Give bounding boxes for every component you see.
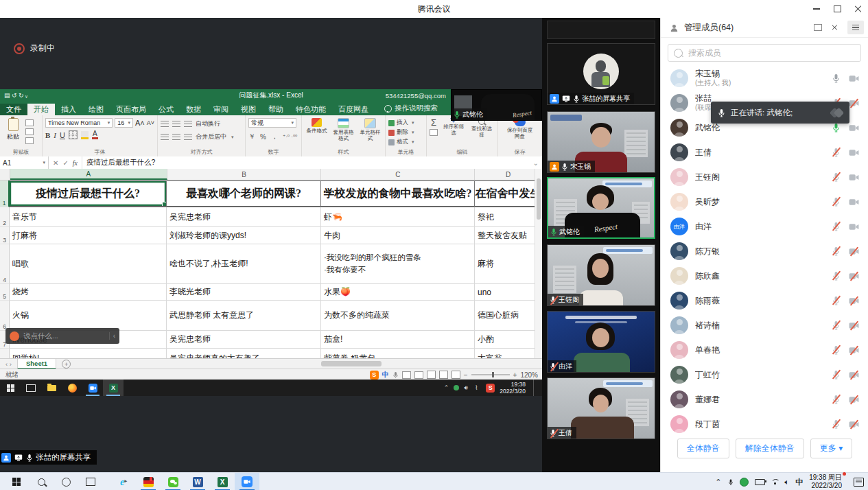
insert-cells-button[interactable]: 插入▾: [388, 119, 423, 127]
formula-expand-icon[interactable]: ⌄: [530, 156, 542, 169]
sharer-volume-icon[interactable]: 🔊︎: [464, 385, 470, 391]
mic-icon[interactable]: [832, 172, 841, 182]
wechat-icon[interactable]: [161, 473, 185, 490]
cancel-icon[interactable]: ✕: [53, 159, 58, 167]
column-header-C[interactable]: C: [321, 169, 475, 180]
camera-icon[interactable]: [849, 124, 859, 132]
video-tile-3[interactable]: Respect武铭伦: [547, 177, 655, 239]
camera-icon[interactable]: [849, 371, 859, 379]
grid-cell-C3[interactable]: 牛肉: [321, 227, 475, 244]
grid-cell-C4[interactable]: ·我没吃到的那个疯狂的雪条 ·我有你要不: [321, 244, 475, 284]
sheet-nav-arrows[interactable]: ‹ ›: [0, 360, 17, 368]
mic-icon[interactable]: [832, 73, 841, 83]
minimize-button[interactable]: [806, 0, 827, 18]
conditional-formatting-button[interactable]: 条件格式: [305, 118, 329, 141]
member-row[interactable]: 吴昕梦: [661, 189, 868, 214]
delete-cells-button[interactable]: 删除▾: [388, 128, 423, 137]
ribbon-tab-5[interactable]: 公式: [152, 104, 180, 115]
chat-placeholder[interactable]: 说点什么...: [23, 331, 105, 341]
camera-icon[interactable]: [849, 100, 859, 107]
member-row[interactable]: 褚诗楠: [661, 313, 868, 338]
more-button[interactable]: 更多 ▾: [810, 439, 852, 458]
video-tile-5[interactable]: 由洋: [547, 311, 655, 373]
grid-cell-C7[interactable]: 茄盒!: [321, 331, 475, 349]
align-bottom-icon[interactable]: [184, 121, 192, 127]
ribbon-tab-4[interactable]: 页面布局: [110, 104, 152, 115]
camera-icon[interactable]: [849, 421, 859, 428]
camera-icon[interactable]: [849, 223, 859, 231]
action-center-icon[interactable]: [854, 478, 864, 487]
grid-cell-C8[interactable]: 紫薯卷 奶黄包: [321, 349, 475, 358]
sogou-keyboard-icon[interactable]: [402, 371, 411, 379]
dictionary-app-icon[interactable]: [136, 473, 161, 490]
panel-menu-icon[interactable]: [847, 21, 864, 34]
row-header-3[interactable]: 3: [0, 227, 10, 244]
word-icon[interactable]: W: [185, 473, 210, 490]
camera-icon[interactable]: [849, 198, 859, 206]
camera-icon[interactable]: [849, 297, 859, 305]
antivirus-tray-icon[interactable]: [740, 478, 749, 487]
member-row[interactable]: 由洋 由洋: [661, 214, 868, 239]
mic-icon[interactable]: [832, 197, 841, 207]
row-header-6[interactable]: 6: [0, 301, 10, 331]
mic-icon[interactable]: [832, 123, 841, 132]
sharer-explorer-icon[interactable]: [41, 380, 62, 396]
number-format-select[interactable]: 常规▾: [248, 118, 296, 128]
baidu-save-button[interactable]: 保存到百度网盘: [501, 118, 539, 139]
copy-icon[interactable]: [25, 128, 34, 135]
sogou-mic-icon[interactable]: [392, 371, 399, 379]
video-tile-4[interactable]: 王钰阁: [547, 244, 655, 306]
borders-icon[interactable]: [69, 130, 78, 139]
normal-view-icon[interactable]: [427, 371, 436, 379]
grid-cell-A6[interactable]: 火锅: [10, 301, 167, 331]
sharer-meeting-icon[interactable]: [82, 380, 103, 396]
video-tile-partial[interactable]: [547, 21, 655, 39]
insert-function-icon[interactable]: fx: [73, 159, 78, 167]
sharer-taskview-icon[interactable]: [21, 380, 41, 396]
column-header-D[interactable]: D: [475, 169, 542, 180]
ribbon-tab-2[interactable]: 插入: [55, 104, 82, 115]
sharer-tray-icon[interactable]: [454, 385, 459, 390]
camera-icon[interactable]: [849, 322, 859, 329]
percent-style-icon[interactable]: %: [260, 133, 266, 141]
camera-icon[interactable]: [849, 248, 859, 255]
grid-cell-C6[interactable]: 为数不多的纯蔬菜: [321, 301, 475, 331]
member-row[interactable]: 陈雨薇: [661, 288, 868, 313]
sharer-clock[interactable]: 19:38 2022/3/20: [500, 381, 526, 395]
grid-cell-D2[interactable]: 祭祀: [475, 207, 542, 227]
camera-icon[interactable]: [849, 174, 859, 181]
align-left-icon[interactable]: [161, 134, 169, 140]
align-middle-icon[interactable]: [172, 121, 180, 127]
start-button[interactable]: [4, 473, 29, 490]
add-sheet-button[interactable]: +: [62, 360, 71, 369]
autosum-button[interactable]: Σ: [431, 118, 436, 127]
mic-icon[interactable]: [832, 246, 841, 256]
sharer-show-desktop[interactable]: [533, 380, 537, 396]
grid-cell-D7[interactable]: 小酌: [475, 331, 542, 349]
name-box[interactable]: A1▾: [0, 156, 49, 169]
row-header-5[interactable]: 5: [0, 284, 10, 301]
column-header-A[interactable]: A: [10, 169, 167, 180]
merge-center-button[interactable]: 合并后居中: [196, 132, 226, 141]
grow-font-icon[interactable]: A˄: [135, 119, 145, 127]
taskbar-clock[interactable]: 19:38 周日 2022/3/20: [809, 474, 846, 490]
enter-icon[interactable]: ✓: [62, 159, 68, 167]
zoom-out-icon[interactable]: −: [464, 371, 468, 379]
select-all-corner[interactable]: [0, 169, 10, 180]
close-button[interactable]: [847, 0, 868, 18]
shrink-font-icon[interactable]: A˅: [147, 119, 154, 126]
grid-cell-A8[interactable]: 回学校!: [10, 349, 167, 358]
font-name-select[interactable]: Times New Roman▾: [45, 118, 113, 128]
cut-icon[interactable]: [25, 119, 34, 126]
ribbon-tab-11[interactable]: 百度网盘: [332, 104, 375, 115]
sheet-tab[interactable]: Sheet1: [17, 359, 56, 369]
find-select-button[interactable]: 查找和选择: [469, 118, 494, 138]
formula-input[interactable]: 疫情过后最想干什么?: [82, 156, 530, 169]
grid-cell-D1[interactable]: 在宿舍中发生: [475, 180, 542, 207]
battery-icon[interactable]: [755, 479, 765, 485]
grid-cell-A4[interactable]: 唱歌: [10, 244, 167, 284]
format-painter-icon[interactable]: [25, 137, 34, 144]
mic-icon[interactable]: [832, 271, 841, 281]
ribbon-tab-1[interactable]: 开始: [27, 104, 55, 115]
align-right-icon[interactable]: [184, 134, 192, 140]
